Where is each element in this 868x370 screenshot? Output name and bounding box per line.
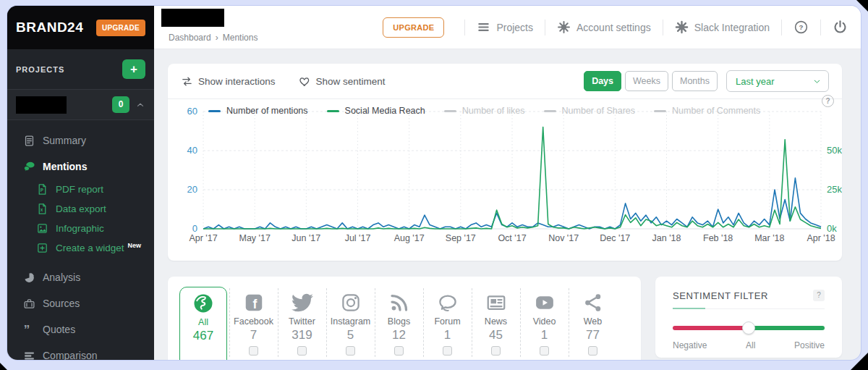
source-checkbox[interactable] — [588, 346, 597, 356]
brand-logo: BRAND24 — [16, 20, 83, 35]
show-sentiment-toggle[interactable]: Show sentiment — [299, 75, 386, 88]
source-count: 319 — [278, 328, 326, 342]
help-icon[interactable]: ? — [793, 20, 809, 35]
source-checkbox[interactable] — [297, 346, 307, 356]
breadcrumb-separator: › — [216, 33, 218, 43]
sentiment-track-positive[interactable] — [749, 326, 825, 330]
sentiment-label-negative: Negative — [673, 340, 707, 350]
source-filter-forum[interactable]: Forum1 — [423, 287, 472, 360]
sidebar-item-infographic[interactable]: Infographic — [7, 219, 154, 238]
svg-text:Feb '18: Feb '18 — [703, 233, 733, 243]
sidebar-item-analysis[interactable]: Analysis — [7, 264, 154, 290]
source-filter-video[interactable]: Video1 — [520, 287, 569, 360]
chevron-up-icon[interactable] — [135, 100, 145, 110]
sentiment-label-all: All — [707, 340, 794, 350]
sentiment-slider-handle[interactable] — [742, 321, 755, 335]
sidebar-logo-bar: BRAND24 UPGRADE — [7, 6, 154, 49]
page-title-redacted — [161, 9, 224, 27]
nav-projects[interactable]: Projects — [477, 20, 533, 34]
pdf-file-icon: P — [36, 183, 48, 195]
source-filter-twitter[interactable]: Twitter319 — [278, 287, 326, 360]
svg-text:?: ? — [799, 23, 804, 31]
source-label: Blogs — [375, 316, 423, 327]
source-filter-web[interactable]: Web77 — [569, 287, 617, 360]
svg-text:Aug '17: Aug '17 — [394, 233, 425, 243]
nav-slack-integration[interactable]: Slack Integration — [675, 20, 770, 34]
source-checkbox[interactable] — [346, 346, 355, 356]
source-checkbox[interactable] — [443, 346, 452, 356]
divider — [569, 288, 569, 357]
sentiment-track-negative[interactable] — [673, 326, 749, 330]
period-select[interactable]: Last year — [726, 70, 829, 92]
source-label: All — [180, 317, 226, 327]
sidebar-item-pdf-report[interactable]: PPDF report — [7, 180, 154, 199]
divider — [673, 308, 825, 309]
mentions-icon — [23, 161, 35, 173]
sidebar-upgrade-button[interactable]: UPGRADE — [96, 20, 145, 36]
source-filter-blogs[interactable]: Blogs12 — [375, 287, 423, 360]
header-upgrade-button[interactable]: UPGRADE — [383, 17, 444, 38]
legend-number-of-likes[interactable]: Number of likes — [444, 106, 525, 116]
sidebar-item-sources[interactable]: Sources — [7, 290, 154, 316]
legend-social-media-reach[interactable]: Social Media Reach — [327, 106, 425, 116]
legend-number-of-mentions[interactable]: Number of mentions — [208, 106, 308, 116]
show-interactions-toggle[interactable]: Show interactions — [181, 75, 276, 88]
source-checkbox[interactable] — [394, 346, 404, 356]
svg-text:Oct '17: Oct '17 — [498, 233, 526, 243]
show-sentiment-label: Show sentiment — [316, 76, 386, 87]
granularity-days-button[interactable]: Days — [584, 71, 621, 91]
source-filter-all[interactable]: All467 — [179, 287, 227, 360]
source-filter-instagram[interactable]: Instagram5 — [326, 287, 375, 360]
quotes-icon: ” — [23, 324, 35, 336]
source-filter-news[interactable]: News45 — [472, 287, 520, 360]
breadcrumb-dashboard[interactable]: Dashboard — [169, 33, 211, 43]
gear-icon — [557, 20, 571, 34]
nav-account-settings[interactable]: Account settings — [557, 20, 651, 34]
comparison-icon — [23, 350, 35, 361]
video-icon — [534, 292, 556, 314]
legend-label: Number of likes — [462, 106, 525, 116]
source-count: 77 — [569, 328, 617, 342]
analysis-icon — [23, 272, 35, 284]
divider — [423, 288, 424, 357]
source-label: News — [472, 316, 520, 327]
power-logout-icon[interactable] — [833, 20, 848, 35]
source-label: Video — [520, 316, 569, 327]
sentiment-slider[interactable] — [673, 321, 825, 335]
source-filter-facebook[interactable]: fFacebook7 — [229, 287, 278, 360]
add-project-button[interactable]: + — [122, 59, 145, 79]
mentions-reach-chart[interactable]: Apr '17May '17Jun '17Jul '17Aug '17Sep '… — [168, 99, 842, 258]
chart-help-icon[interactable]: ? — [822, 95, 834, 107]
divider — [545, 20, 545, 35]
svg-text:60: 60 — [187, 106, 197, 117]
granularity-months-button[interactable]: Months — [672, 71, 718, 91]
background-window-corner — [0, 363, 7, 370]
divider — [781, 20, 782, 35]
legend-number-of-comments[interactable]: Number of Comments — [654, 106, 760, 116]
source-count: 467 — [180, 329, 226, 343]
source-checkbox[interactable] — [491, 346, 501, 356]
sidebar-item-mentions[interactable]: Mentions — [7, 154, 154, 180]
sidebar-item-data-export[interactable]: xData export — [7, 199, 154, 219]
sidebar-item-create-a-widget[interactable]: Create a widgetNew — [7, 238, 154, 258]
sentiment-help-icon[interactable]: ? — [813, 290, 825, 301]
legend-number-of-shares[interactable]: Number of Shares — [544, 106, 635, 116]
svg-text:Apr '18: Apr '18 — [807, 233, 835, 243]
sidebar-item-summary[interactable]: Summary — [7, 127, 154, 154]
project-row[interactable]: 0 — [7, 90, 154, 120]
source-checkbox[interactable] — [249, 346, 258, 356]
chevron-down-icon — [812, 77, 822, 86]
svg-text:Mar '18: Mar '18 — [754, 233, 784, 243]
svg-text:Sep '17: Sep '17 — [446, 233, 476, 243]
sidebar-item-quotes[interactable]: ”Quotes — [7, 316, 154, 342]
sidebar-item-comparison[interactable]: Comparison — [7, 342, 154, 360]
breadcrumb: Dashboard › Mentions — [169, 33, 258, 43]
project-name-redacted — [16, 96, 67, 114]
widget-icon — [36, 242, 48, 254]
source-count: 7 — [229, 328, 278, 342]
granularity-weeks-button[interactable]: Weeks — [625, 71, 668, 91]
source-checkbox[interactable] — [540, 346, 549, 356]
sentiment-labels: Negative All Positive — [673, 340, 825, 350]
source-label: Instagram — [326, 316, 375, 327]
divider — [229, 288, 230, 357]
